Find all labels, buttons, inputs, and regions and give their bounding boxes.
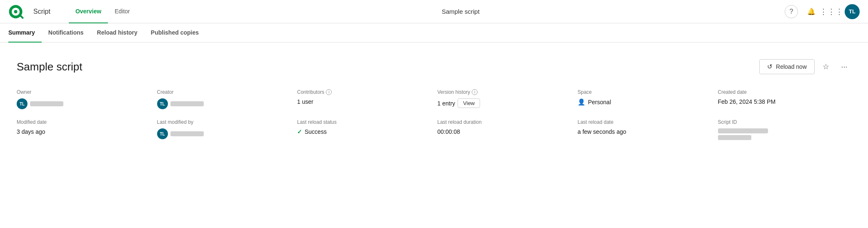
- apps-grid-button[interactable]: ⋮⋮⋮: [825, 5, 838, 18]
- tab-reload-history[interactable]: Reload history: [90, 23, 144, 43]
- last-reload-date-value: a few seconds ago: [578, 128, 711, 135]
- meta-created-date: Created date Feb 26, 2024 5:38 PM: [718, 89, 852, 109]
- last-modified-by-label: Last modified by: [157, 119, 291, 125]
- version-history-value: 1 entry View: [438, 98, 571, 108]
- creator-value: TL: [157, 98, 291, 109]
- main-content: Sample script ↺ Reload now ☆ ··· Owner T…: [0, 43, 868, 209]
- modified-date-label: Modified date: [17, 119, 150, 125]
- meta-last-reload-status: Last reload status ✓ Success: [297, 119, 431, 140]
- top-nav: Script Overview Editor Sample script ? 🔔…: [0, 0, 868, 23]
- nav-center-title: Sample script: [442, 8, 480, 15]
- script-title: Sample script: [17, 60, 83, 73]
- space-value: 👤 Personal: [578, 98, 711, 106]
- created-date-label: Created date: [718, 89, 852, 95]
- owner-avatar: TL: [17, 98, 28, 109]
- more-options-button[interactable]: ···: [837, 60, 851, 74]
- last-reload-date-label: Last reload date: [578, 119, 711, 125]
- tab-published-copies[interactable]: Published copies: [144, 23, 205, 43]
- notifications-button[interactable]: 🔔: [805, 5, 818, 18]
- avatar-initials: TL: [849, 8, 855, 15]
- creator-avatar: TL: [157, 98, 168, 109]
- logo-area: Script: [8, 4, 59, 19]
- svg-point-2: [14, 10, 18, 13]
- user-avatar[interactable]: TL: [845, 4, 860, 19]
- meta-contributors: Contributors i 1 user: [297, 89, 431, 109]
- meta-owner: Owner TL: [17, 89, 150, 109]
- meta-last-reload-date: Last reload date a few seconds ago: [578, 119, 711, 140]
- script-id-value: [718, 128, 852, 140]
- tab-summary[interactable]: Summary: [8, 23, 42, 43]
- nav-link-editor[interactable]: Editor: [108, 0, 137, 23]
- meta-last-modified-by: Last modified by TL: [157, 119, 291, 140]
- header-actions: ↺ Reload now ☆ ···: [759, 59, 851, 74]
- reload-icon: ↺: [767, 63, 773, 70]
- view-history-button[interactable]: View: [458, 98, 480, 108]
- nav-link-overview[interactable]: Overview: [69, 0, 108, 23]
- last-modified-by-value: TL: [157, 128, 291, 139]
- space-label: Space: [578, 89, 711, 95]
- creator-label: Creator: [157, 89, 291, 95]
- meta-last-reload-duration: Last reload duration 00:00:08: [438, 119, 571, 140]
- person-space-icon: 👤: [578, 98, 585, 106]
- more-icon: ···: [841, 63, 847, 71]
- star-icon: ☆: [823, 62, 829, 71]
- version-info-icon: i: [472, 89, 478, 95]
- content-header: Sample script ↺ Reload now ☆ ···: [17, 59, 851, 74]
- owner-value: TL: [17, 98, 150, 109]
- contributors-label: Contributors i: [297, 89, 431, 95]
- last-reload-duration-value: 00:00:08: [438, 128, 571, 135]
- script-id-line2: [718, 135, 751, 140]
- created-date-value: Feb 26, 2024 5:38 PM: [718, 98, 852, 105]
- nav-right: ? 🔔 ⋮⋮⋮ TL: [785, 4, 860, 19]
- help-button[interactable]: ?: [785, 5, 798, 18]
- last-modified-name-redacted: [170, 131, 204, 136]
- qlik-logo: [8, 4, 28, 19]
- app-title: Script: [33, 8, 50, 15]
- last-reload-status-label: Last reload status: [297, 119, 431, 125]
- contributors-info-icon: i: [326, 89, 332, 95]
- tab-notifications[interactable]: Notifications: [42, 23, 90, 43]
- owner-label: Owner: [17, 89, 150, 95]
- meta-grid: Owner TL Creator TL Contributors i 1 use…: [17, 89, 851, 140]
- star-button[interactable]: ☆: [819, 60, 833, 74]
- script-id-line1: [718, 128, 768, 133]
- nav-links: Overview Editor: [69, 0, 137, 23]
- grid-icon: ⋮⋮⋮: [820, 7, 843, 16]
- reload-now-label: Reload now: [776, 63, 807, 70]
- help-icon: ?: [790, 8, 793, 15]
- contributors-value: 1 user: [297, 98, 431, 105]
- check-icon: ✓: [297, 128, 302, 135]
- owner-name-redacted: [30, 101, 63, 106]
- last-reload-status-value: ✓ Success: [297, 128, 431, 135]
- version-history-label: Version history i: [438, 89, 571, 95]
- meta-script-id: Script ID: [718, 119, 852, 140]
- script-id-label: Script ID: [718, 119, 852, 125]
- meta-creator: Creator TL: [157, 89, 291, 109]
- modified-date-value: 3 days ago: [17, 128, 150, 135]
- meta-modified-date: Modified date 3 days ago: [17, 119, 150, 140]
- nav-center: Sample script: [137, 8, 785, 15]
- meta-version-history: Version history i 1 entry View: [438, 89, 571, 109]
- bell-icon: 🔔: [807, 8, 815, 15]
- last-modified-avatar: TL: [157, 128, 168, 139]
- reload-now-button[interactable]: ↺ Reload now: [759, 59, 815, 74]
- creator-name-redacted: [170, 101, 204, 106]
- sub-tabs: Summary Notifications Reload history Pub…: [0, 23, 868, 43]
- last-reload-duration-label: Last reload duration: [438, 119, 571, 125]
- meta-space: Space 👤 Personal: [578, 89, 711, 109]
